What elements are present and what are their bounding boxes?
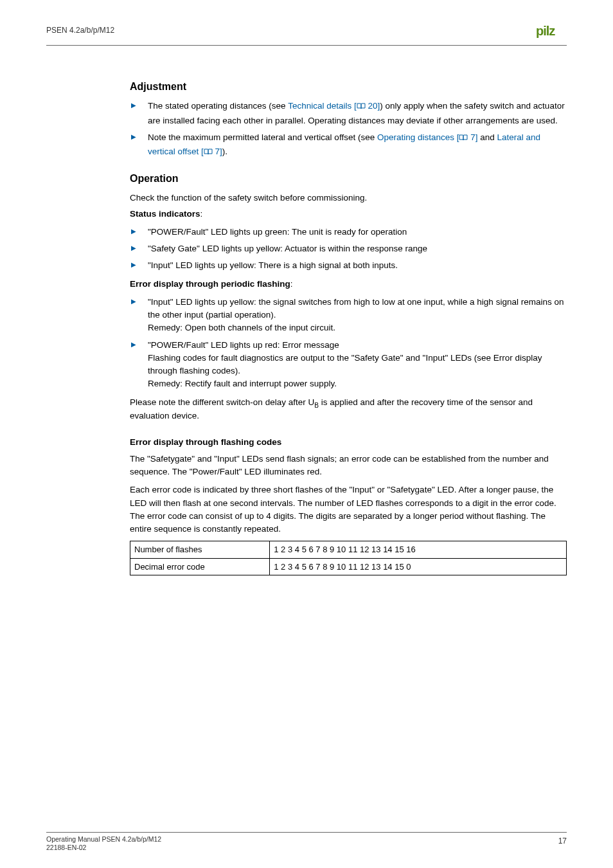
footer-manual-title: Operating Manual PSEN 4.2a/b/p/M12 [46, 835, 161, 844]
page-header: PSEN 4.2a/b/p/M12 pilz [46, 24, 567, 46]
flash-codes-p2: Each error code is indicated by three sh… [130, 484, 567, 536]
list-item: "Input" LED lights up yellow: the signal… [130, 296, 567, 335]
list-item: "Safety Gate" LED lights up yellow: Actu… [130, 242, 567, 255]
switch-on-note: Please note the different switch-on dela… [130, 396, 567, 423]
svg-text:pilz: pilz [536, 24, 555, 38]
flash-codes-table: Number of flashes 1 2 3 4 5 6 7 8 9 10 1… [130, 541, 567, 575]
error-flash-list: "Input" LED lights up yellow: the signal… [130, 296, 567, 391]
page-content: Adjustment The stated operating distance… [130, 79, 567, 575]
error-flash-label: Error display through periodic flashing: [130, 278, 567, 291]
table-cell-label: Number of flashes [130, 541, 270, 559]
table-cell-label: Decimal error code [130, 558, 270, 575]
table-row: Number of flashes 1 2 3 4 5 6 7 8 9 10 1… [130, 541, 567, 559]
table-row: Decimal error code 1 2 3 4 5 6 7 8 9 10 … [130, 558, 567, 575]
book-icon [204, 147, 213, 159]
flash-codes-p1: The "Safetygate" and "Input" LEDs send f… [130, 453, 567, 479]
list-item: "POWER/Fault" LED lights up green: The u… [130, 226, 567, 239]
footer-doc-number: 22188-EN-02 [46, 844, 161, 853]
text: Note the maximum permitted lateral and v… [148, 132, 377, 142]
link-technical-details[interactable]: Technical details [ 20] [288, 101, 380, 111]
heading-flash-codes: Error display through flashing codes [130, 436, 567, 449]
link-operating-distances[interactable]: Operating distances [ 7] [377, 132, 478, 142]
text: ). [222, 147, 227, 156]
table-cell-value: 1 2 3 4 5 6 7 8 9 10 11 12 13 14 15 16 [270, 541, 567, 559]
heading-adjustment: Adjustment [130, 79, 567, 95]
book-icon [459, 132, 468, 145]
heading-operation: Operation [130, 171, 567, 186]
footer-left: Operating Manual PSEN 4.2a/b/p/M12 22188… [46, 835, 161, 853]
adjustment-list: The stated operating distances (see Tech… [130, 100, 567, 159]
list-item: "POWER/Fault" LED lights up red: Error m… [130, 339, 567, 391]
list-item: Note the maximum permitted lateral and v… [130, 131, 567, 160]
text: The stated operating distances (see [148, 101, 288, 111]
status-indicators-list: "POWER/Fault" LED lights up green: The u… [130, 226, 567, 273]
footer-page-number: 17 [558, 835, 567, 853]
header-product: PSEN 4.2a/b/p/M12 [46, 24, 114, 36]
list-item: The stated operating distances (see Tech… [130, 100, 567, 127]
book-icon [357, 101, 366, 114]
text: and [478, 132, 497, 142]
brand-logo: pilz [536, 24, 567, 42]
list-item: "Input" LED lights up yellow: There is a… [130, 259, 567, 272]
table-cell-value: 1 2 3 4 5 6 7 8 9 10 11 12 13 14 15 0 [270, 558, 567, 575]
status-indicators-label: Status indicators: [130, 208, 567, 221]
operation-intro: Check the function of the safety switch … [130, 192, 567, 204]
page-footer: Operating Manual PSEN 4.2a/b/p/M12 22188… [46, 832, 567, 853]
